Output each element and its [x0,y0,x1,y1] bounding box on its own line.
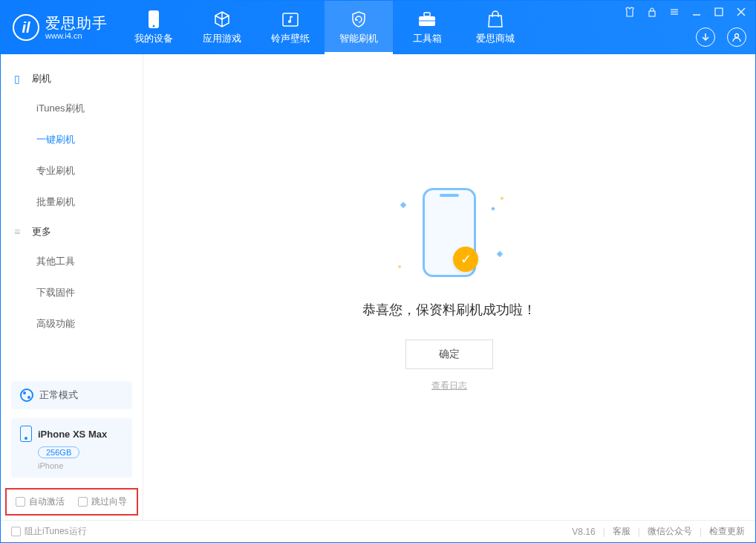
nav-ringtone[interactable]: 铃声壁纸 [256,1,325,54]
support-link[interactable]: 客服 [613,525,630,538]
footer: 阻止iTunes运行 V8.16 | 客服 | 微信公众号 | 检查更新 [1,520,755,542]
device-type: iPhone [38,461,123,470]
sidebar: ▯ 刷机 iTunes刷机 一键刷机 专业刷机 批量刷机 ≡ 更多 其他工具 下… [1,54,143,520]
nav-tools[interactable]: 工具箱 [393,1,461,54]
svg-rect-7 [649,11,655,16]
check-badge-icon: ✓ [453,247,478,272]
sparkle-icon [497,251,503,257]
window-controls [622,4,749,20]
nav-flash[interactable]: 智能刷机 [325,1,393,54]
dot-icon [501,197,504,200]
nav-flash-label: 智能刷机 [339,32,378,45]
success-illustration: ✓ [408,182,490,286]
wechat-link[interactable]: 微信公众号 [648,525,692,538]
phone-illustration-icon: ✓ [423,188,476,277]
bag-icon [486,10,505,29]
sidebar-group-flash: ▯ 刷机 [1,65,143,93]
svg-rect-5 [424,13,430,16]
auto-activate-label: 自动激活 [29,495,65,508]
top-nav: 我的设备 应用游戏 铃声壁纸 智能刷机 工具箱 爱思商城 [120,1,529,54]
success-message: 恭喜您，保资料刷机成功啦！ [362,301,536,319]
dot-icon [398,265,401,268]
sparkle-icon [491,207,495,211]
phone-outline-icon: ▯ [14,73,26,85]
device-name: iPhone XS Max [38,429,107,440]
main-content: ✓ 恭喜您，保资料刷机成功啦！ 确定 查看日志 [143,54,755,520]
device-phone-icon [20,426,32,442]
sidebar-item-pro[interactable]: 专业刷机 [1,155,143,186]
nav-apps-label: 应用游戏 [203,32,241,45]
minimize-button[interactable] [688,4,705,20]
maximize-button[interactable] [711,4,727,20]
ok-button[interactable]: 确定 [405,339,493,369]
user-controls [696,27,746,47]
nav-store-label: 爱思商城 [476,32,515,45]
device-info-box[interactable]: iPhone XS Max 256GB iPhone [11,418,132,478]
nav-tools-label: 工具箱 [413,32,442,45]
toolbox-icon [417,10,437,29]
skip-guide-label: 跳过向导 [91,495,127,508]
view-log-link[interactable]: 查看日志 [431,380,467,392]
sidebar-item-other[interactable]: 其他工具 [1,246,143,277]
device-capacity: 256GB [38,446,79,458]
nav-store[interactable]: 爱思商城 [461,1,529,54]
sidebar-item-onekey[interactable]: 一键刷机 [1,124,143,155]
mode-icon [20,388,33,402]
shirt-icon[interactable] [622,4,638,20]
checkbox-icon [78,497,88,507]
nav-apps[interactable]: 应用游戏 [188,1,256,54]
user-account-button[interactable] [727,27,746,47]
list-icon: ≡ [14,226,26,238]
sidebar-item-itunes[interactable]: iTunes刷机 [1,93,143,124]
menu-icon[interactable] [666,4,682,20]
titlebar: il 爱思助手 www.i4.cn 我的设备 应用游戏 铃声壁纸 智能刷机 工具… [1,1,755,54]
music-folder-icon [281,10,300,29]
sidebar-item-firmware[interactable]: 下载固件 [1,277,143,308]
checkbox-block-itunes[interactable]: 阻止iTunes运行 [11,525,87,538]
flash-options-row: 自动激活 跳过向导 [5,488,138,516]
download-button[interactable] [696,27,715,47]
group-more-label: 更多 [32,225,51,238]
checkbox-skip-guide[interactable]: 跳过向导 [78,495,127,508]
app-logo-icon: il [13,14,39,41]
group-flash-label: 刷机 [32,72,51,85]
close-button[interactable] [733,4,749,20]
sidebar-group-more: ≡ 更多 [1,218,143,246]
svg-rect-12 [715,8,723,16]
version-label: V8.16 [572,527,595,537]
checkbox-icon [16,497,25,507]
lock-icon[interactable] [644,4,660,20]
refresh-shield-icon [349,10,368,29]
device-mode-box[interactable]: 正常模式 [11,381,132,409]
sparkle-icon [400,202,406,208]
nav-device[interactable]: 我的设备 [120,1,188,54]
svg-point-3 [288,20,291,23]
svg-point-15 [735,34,739,38]
phone-icon [144,10,163,29]
sidebar-item-batch[interactable]: 批量刷机 [1,186,143,218]
check-update-link[interactable]: 检查更新 [709,525,745,538]
nav-ring-label: 铃声壁纸 [271,32,310,45]
cube-icon [212,10,232,29]
checkbox-icon [11,527,21,536]
app-title: 爱思助手 [45,15,108,31]
svg-point-1 [153,25,155,27]
nav-device-label: 我的设备 [134,32,173,45]
checkbox-auto-activate[interactable]: 自动激活 [16,495,65,508]
mode-label: 正常模式 [39,388,78,402]
brand: il 爱思助手 www.i4.cn [1,1,120,54]
sidebar-item-adv[interactable]: 高级功能 [1,308,143,339]
block-itunes-label: 阻止iTunes运行 [25,525,87,538]
app-subtitle: www.i4.cn [45,31,108,40]
